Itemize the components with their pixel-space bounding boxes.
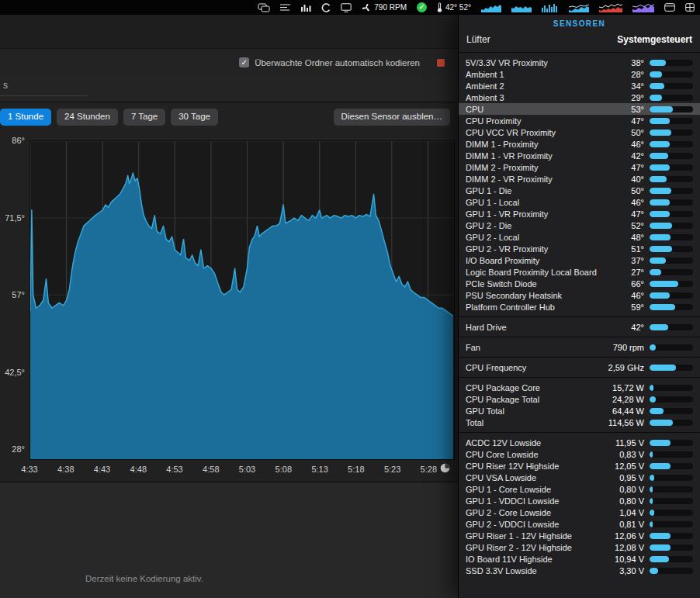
playlist-icon[interactable]	[280, 0, 291, 15]
sensor-row[interactable]: PSU Secondary Heatsink46°	[459, 289, 700, 301]
sensor-row[interactable]: CPU VCC VR Proximity50°	[459, 126, 700, 138]
y-axis-label: 71,5°	[5, 213, 25, 223]
sensor-row[interactable]: Hard Drive42°	[459, 321, 700, 333]
sensor-row[interactable]: GPU 1 - VR Proximity47°	[459, 208, 700, 219]
sensor-row[interactable]: CPU Proximity47°	[459, 115, 700, 126]
range-tab-24-stunden[interactable]: 24 Stunden	[57, 109, 118, 126]
network-history-graph-icon[interactable]	[632, 0, 654, 15]
sensor-row[interactable]: GPU 2 - Local48°	[459, 231, 700, 243]
clock-icon[interactable]	[440, 463, 450, 473]
memory-history-graph-icon[interactable]	[542, 0, 559, 15]
grid-icon[interactable]	[685, 0, 695, 15]
sensor-row[interactable]: DIMM 1 - VR Proximity42°	[459, 150, 700, 161]
c-app-icon[interactable]	[321, 0, 331, 15]
y-axis-label: 42,5°	[5, 368, 25, 377]
sensor-row[interactable]: Ambient 128°	[459, 68, 700, 80]
status-section: Derzeit keine Kodierung aktiv.	[0, 482, 458, 598]
fan-mode-row[interactable]: Lüfter Systemgesteuert	[459, 32, 700, 52]
x-axis-label: 5:23	[384, 465, 400, 474]
range-tab-30-tage[interactable]: 30 Tage	[171, 109, 218, 126]
sensor-row[interactable]: CPU Frequency2,59 GHz	[459, 361, 700, 373]
sensor-row[interactable]: Fan790 rpm	[459, 341, 700, 353]
watch-folders-checkbox[interactable]	[239, 57, 249, 67]
sensor-bar	[650, 246, 693, 252]
sensor-row[interactable]: Ambient 234°	[459, 80, 700, 92]
gpu-history-graph-icon[interactable]	[511, 0, 532, 15]
x-axis-label: 5:03	[239, 465, 255, 474]
sensor-row[interactable]: GPU 1 - Local46°	[459, 196, 700, 208]
sensor-row[interactable]: Total114,56 W	[459, 417, 700, 428]
stop-indicator[interactable]	[437, 59, 445, 67]
sensor-row[interactable]: GPU Total64,44 W	[459, 405, 700, 417]
sensor-bar	[650, 223, 693, 229]
sensor-group-voltage: ACDC 12V Lowside11,95 VCPU Core Lowside0…	[459, 432, 700, 580]
sensor-row[interactable]: Platform Controller Hub59°	[459, 301, 700, 313]
sensor-label: SSD 3.3V Lowside	[466, 566, 604, 576]
window-titlebar[interactable]	[0, 15, 458, 49]
sensor-row[interactable]: GPU 1 - Die50°	[459, 185, 700, 196]
fan-rpm-item[interactable]: 790 RPM	[362, 0, 407, 15]
sensor-row[interactable]: GPU Riser 2 - 12V Highside12,08 V	[459, 541, 700, 553]
sensor-row[interactable]: GPU 1 - Core Lowside0,80 V	[459, 483, 700, 495]
sensor-label: CPU Riser 12V Highside	[466, 461, 604, 471]
sensor-row[interactable]: CPU53°	[459, 103, 700, 115]
sensor-value: 2,59 GHz	[607, 363, 644, 372]
sensor-row[interactable]: GPU 2 - Die52°	[459, 219, 700, 231]
sensor-row[interactable]: 5V/3.3V VR Proximity38°	[459, 57, 700, 68]
status-ok-icon[interactable]	[417, 0, 427, 15]
cpu-history-graph-icon[interactable]	[481, 0, 501, 15]
sensor-row[interactable]: I/O Board Proximity37°	[459, 254, 700, 266]
sensor-row[interactable]: GPU 2 - VDDCI Lowside0,81 V	[459, 518, 700, 530]
sensor-bar	[650, 141, 693, 147]
disk-history-graph-icon[interactable]	[569, 0, 589, 15]
sensor-row[interactable]: CPU VSA Lowside0,95 V	[459, 472, 700, 483]
sensor-value: 47°	[607, 116, 644, 126]
sensor-bar	[650, 420, 693, 426]
sensor-row[interactable]: Ambient 329°	[459, 92, 700, 103]
sensor-row[interactable]: SSD 3.3V Lowside3,30 V	[459, 565, 700, 576]
temperature-item[interactable]: 42° 52°	[437, 0, 471, 15]
window-icon[interactable]	[664, 0, 675, 15]
sensor-bar	[650, 408, 693, 414]
sensor-bar	[650, 304, 693, 310]
fan-rpm-label: 790 RPM	[374, 3, 407, 12]
sensor-row[interactable]: PCIe Switch Diode66°	[459, 278, 700, 289]
temperature-chart	[30, 141, 454, 459]
sensor-value: 53°	[607, 105, 644, 114]
range-tab-1-stunde[interactable]: 1 Stunde	[0, 109, 51, 126]
sensor-value: 28°	[607, 70, 644, 79]
displays-icon[interactable]	[258, 0, 270, 15]
hide-sensor-button[interactable]: Diesen Sensor ausblen…	[334, 109, 450, 126]
sensor-label: GPU 2 - Die	[466, 221, 604, 230]
y-axis-label: 86°	[12, 136, 25, 145]
sensors-history-graph-icon[interactable]	[599, 0, 622, 15]
sensor-row[interactable]: GPU 2 - VR Proximity51°	[459, 243, 700, 254]
range-tab-7-tage[interactable]: 7 Tage	[123, 109, 165, 126]
sensor-value: 42°	[607, 151, 644, 161]
sensor-row[interactable]: DIMM 1 - Proximity46°	[459, 138, 700, 150]
sensor-row[interactable]: GPU 2 - Core Lowside1,04 V	[459, 506, 700, 518]
sensor-row[interactable]: DIMM 2 - Proximity47°	[459, 161, 700, 173]
sensor-row[interactable]: CPU Package Core15,72 W	[459, 382, 700, 393]
y-axis-label: 57°	[12, 290, 25, 299]
sensor-row[interactable]: CPU Riser 12V Highside12,05 V	[459, 460, 700, 472]
display-icon[interactable]	[341, 0, 352, 15]
sensor-row[interactable]: GPU 1 - VDDCI Lowside0,80 V	[459, 495, 700, 506]
sensor-label: Hard Drive	[466, 323, 604, 332]
sensor-row[interactable]: DIMM 2 - VR Proximity40°	[459, 173, 700, 185]
equalizer-icon[interactable]	[301, 0, 311, 15]
sensor-row[interactable]: CPU Package Total24,28 W	[459, 393, 700, 405]
sensor-label: CPU Package Core	[466, 383, 604, 392]
sensor-row[interactable]: ACDC 12V Lowside11,95 V	[459, 437, 700, 448]
sensor-row[interactable]: GPU Riser 1 - 12V Highside12,06 V	[459, 530, 700, 541]
sensor-groups: 5V/3.3V VR Proximity38°Ambient 128°Ambie…	[459, 52, 700, 580]
sensor-label: CPU Proximity	[466, 116, 604, 126]
sensor-value: 12,08 V	[607, 543, 644, 552]
sensor-label: GPU Total	[466, 406, 604, 416]
sensor-value: 46°	[607, 140, 644, 149]
sensor-group-power: CPU Package Core15,72 WCPU Package Total…	[459, 377, 700, 432]
sidebar-divider	[0, 95, 88, 96]
sensor-row[interactable]: Logic Board Proximity Local Board27°	[459, 266, 700, 278]
sensor-row[interactable]: IO Board 11V Highside10,94 V	[459, 553, 700, 565]
sensor-row[interactable]: CPU Core Lowside0,83 V	[459, 448, 700, 460]
